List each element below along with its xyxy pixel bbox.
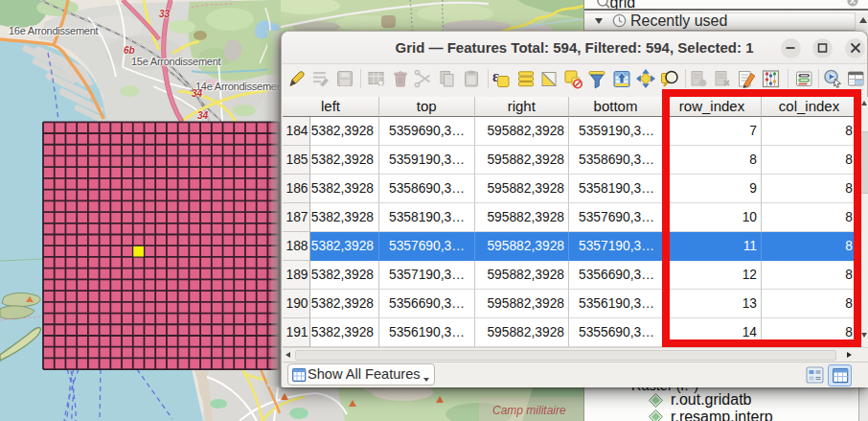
svg-text:Camp militaire: Camp militaire [492,404,566,417]
